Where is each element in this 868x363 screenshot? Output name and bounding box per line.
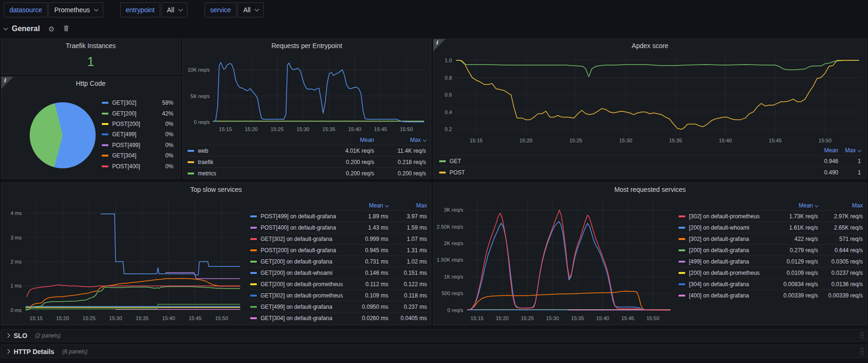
legend-item-label[interactable]: GET[499]	[112, 131, 156, 138]
legend-item-label[interactable]: GET[302] on default-grafana	[261, 236, 351, 242]
top-slow-chart[interactable]: 15:1515:2015:2515:3015:3515:4015:4515:50…	[4, 196, 246, 322]
gear-icon[interactable]: ⚙	[49, 25, 55, 33]
legend-item-label[interactable]: GET	[450, 158, 805, 165]
svg-text:15:20: 15:20	[519, 138, 532, 143]
legend-item-label[interactable]: GET[304]	[112, 152, 156, 159]
service-picker[interactable]: All	[237, 2, 264, 17]
legend-sort-mean[interactable]: Mean	[351, 202, 388, 209]
row-slo[interactable]: SLO (2 panels)	[1, 329, 867, 342]
panel-title[interactable]: Most requested services	[434, 183, 867, 193]
legend-sort-mean[interactable]: Mean	[805, 147, 838, 154]
legend-value-mean: 0.731 ms	[351, 258, 388, 265]
legend-item-label[interactable]: POST[499] on default-grafana	[261, 213, 351, 220]
legend-item-label[interactable]: POST[499]	[112, 142, 156, 148]
legend-value-max: 1.07 ms	[388, 236, 427, 242]
legend-item-label[interactable]: GET[302] on default-prometheus	[261, 292, 351, 299]
legend-item-label[interactable]: web	[198, 148, 322, 154]
top-slow-legend: MeanMaxPOST[499] on default-grafana1.89 …	[250, 201, 427, 323]
panel-title[interactable]: Requests per Entrypoint	[183, 39, 431, 50]
variable-service: service All	[205, 2, 264, 17]
legend-item-label[interactable]: GET[200]	[112, 110, 156, 117]
service-label: service	[205, 2, 237, 17]
svg-text:15:35: 15:35	[571, 315, 584, 321]
legend-value-pct: 0%	[156, 152, 173, 159]
legend-item-label[interactable]: POST[400] on default-grafana	[261, 224, 351, 231]
legend-item-label[interactable]: GET[200] on default-prometheus	[261, 281, 351, 288]
legend-item-label[interactable]: POST[200] on default-grafana	[261, 247, 351, 254]
most-requested-chart[interactable]: 15:1515:2015:2515:3015:3515:4015:4515:50…	[436, 196, 676, 322]
legend-value-max: 1	[838, 158, 861, 165]
info-corner-icon[interactable]: i	[434, 39, 445, 51]
legend-sort-mean[interactable]: Mean	[322, 137, 374, 143]
legend-item-label[interactable]: [400] on default-grafana	[689, 292, 771, 299]
apdex-chart[interactable]: 15:1515:2015:2515:3015:3515:4015:4515:50…	[436, 51, 865, 145]
series-color-chip	[250, 249, 257, 251]
legend-item-label[interactable]: POST[200]	[112, 121, 156, 127]
panel-title[interactable]: Http Code	[1, 77, 180, 87]
legend-sort-max[interactable]: Max	[374, 137, 426, 143]
panel-title[interactable]: Top slow services	[1, 183, 431, 193]
row-general-title[interactable]: General	[12, 25, 40, 33]
legend-item-label[interactable]: traefik	[198, 159, 322, 165]
legend-sort-mean[interactable]: Mean	[771, 202, 818, 209]
series-color-chip	[679, 272, 685, 274]
legend-value-pct: 0%	[156, 121, 173, 127]
http-code-pie-chart[interactable]	[30, 102, 96, 168]
row-http-details[interactable]: HTTP Details (6 panels)	[1, 345, 867, 358]
legend-item-label[interactable]: POST	[450, 169, 805, 176]
service-value: All	[243, 3, 251, 17]
legend-sort-max[interactable]: Max	[388, 202, 427, 209]
legend-item-label[interactable]: metrics	[198, 170, 322, 177]
legend-value-mean: 0.200 req/s	[322, 170, 374, 177]
legend-value-mean: 0.0129 req/s	[771, 258, 818, 265]
legend-value-mean: 0.999 ms	[351, 236, 388, 242]
legend-item-label[interactable]: [200] on default-grafana	[689, 247, 771, 254]
entrypoint-picker[interactable]: All	[161, 2, 188, 17]
series-color-chip	[250, 272, 257, 274]
row-general[interactable]: General ⚙	[4, 25, 69, 33]
legend-row: GET[200] on default-grafana0.731 ms1.02 …	[250, 256, 427, 267]
legend-item-label[interactable]: [302] on default-prometheus	[689, 213, 771, 220]
series-color-chip	[102, 144, 108, 146]
drag-handle[interactable]	[860, 331, 864, 339]
datasource-picker[interactable]: Prometheus	[49, 2, 103, 17]
sort-caret-icon	[858, 148, 861, 152]
legend-item-label[interactable]: [200] on default-prometheus	[689, 270, 771, 276]
legend-row: GET[200] on default-whoami0.146 ms0.151 …	[250, 267, 427, 278]
svg-text:15:40: 15:40	[596, 315, 609, 321]
legend-value-mean: 1.73K req/s	[771, 213, 818, 220]
svg-text:5K req/s: 5K req/s	[190, 93, 210, 99]
legend-item-label[interactable]: [302] on default-grafana	[689, 236, 771, 242]
legend-sort-max[interactable]: Max	[838, 147, 861, 154]
row-http-details-title[interactable]: HTTP Details	[14, 348, 54, 355]
legend-item-label[interactable]: GET[200] on default-whoami	[261, 270, 351, 276]
svg-text:0.4: 0.4	[445, 109, 452, 115]
svg-text:0 ms: 0 ms	[10, 307, 22, 313]
legend-value-max: 3.97 ms	[388, 213, 427, 220]
legend-item-label[interactable]: [200] on default-whoami	[689, 224, 771, 231]
legend-item-label[interactable]: GET[499] on default-grafana	[261, 304, 351, 310]
legend-item-label[interactable]: GET[302]	[112, 99, 156, 106]
drag-handle[interactable]	[860, 347, 864, 355]
legend-item-label[interactable]: POST[400]	[112, 163, 156, 170]
legend-item-label[interactable]: GET[304] on default-grafana	[261, 315, 351, 322]
svg-text:15:15: 15:15	[471, 315, 484, 321]
legend-sort-max[interactable]: Max	[818, 202, 863, 209]
panel-title[interactable]: Traefik Instances	[1, 39, 180, 50]
info-corner-icon[interactable]: i	[1, 77, 13, 89]
entrypoint-value: All	[167, 3, 174, 17]
series-color-chip	[250, 261, 257, 263]
svg-text:15:50: 15:50	[647, 315, 660, 321]
series-color-chip	[250, 215, 257, 217]
requests-chart[interactable]: 15:1515:2015:2515:3015:3515:4015:4515:50…	[186, 51, 429, 133]
row-slo-title[interactable]: SLO	[14, 332, 27, 339]
legend-item-label[interactable]: GET[200] on default-grafana	[261, 258, 351, 265]
svg-text:15:30: 15:30	[546, 315, 559, 321]
legend-item-label[interactable]: [304] on default-grafana	[689, 281, 771, 288]
legend-item-label[interactable]: [499] on default-grafana	[689, 258, 771, 265]
panel-title[interactable]: Apdex score	[434, 39, 867, 50]
variable-datasource: datasource Prometheus	[4, 2, 103, 17]
svg-text:0 req/s: 0 req/s	[447, 307, 463, 313]
legend-row: traefik0.200 req/s0.218 req/s	[188, 156, 426, 167]
trash-icon[interactable]	[63, 25, 69, 33]
